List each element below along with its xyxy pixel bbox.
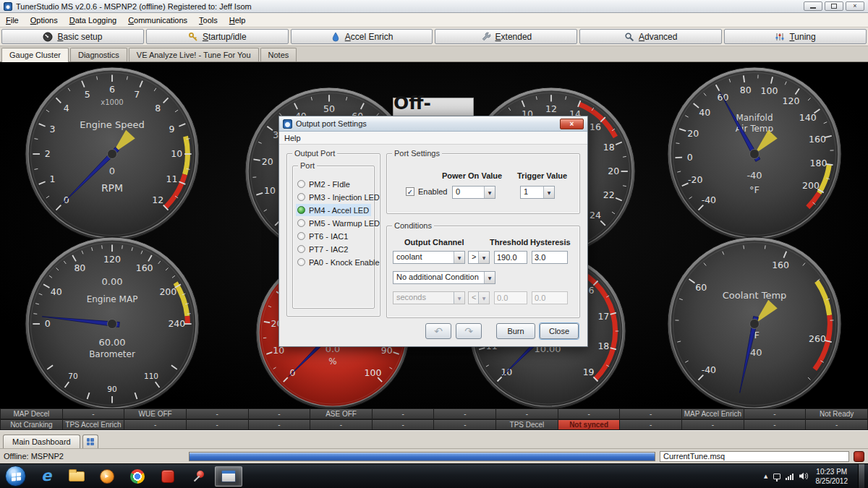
clock-time: 10:23 PM — [816, 467, 848, 476]
toolbar-tuning[interactable]: Tuning — [724, 29, 867, 44]
additional-condition-combo[interactable]: No additional Condition ▼ — [393, 271, 495, 284]
toolbar-advanced[interactable]: Advanced — [579, 29, 722, 44]
close-button[interactable]: × — [846, 1, 864, 11]
dialog-close-button[interactable]: × — [560, 119, 584, 129]
svg-text:Manifold: Manifold — [736, 113, 773, 123]
port-option-pm3-injection-led[interactable]: PM3 - Injection LED — [296, 191, 371, 203]
taskbar-media-player-button[interactable]: ► — [93, 466, 121, 487]
tab-ve-analyze-live-tune-for-you[interactable]: VE Analyze Live! - Tune For You — [129, 48, 259, 61]
conditions-group: Conditions Output Channel Threshold Hyst… — [386, 226, 580, 318]
enabled-checkbox[interactable]: ✓ — [406, 187, 414, 196]
hysteresis-input[interactable] — [532, 251, 568, 264]
taskbar-chrome-button[interactable] — [124, 466, 151, 487]
indicator-cell: WUE OFF — [124, 408, 187, 419]
taskbar-explorer-button[interactable] — [63, 466, 90, 487]
svg-text:3: 3 — [50, 124, 56, 134]
minimize-button[interactable] — [804, 1, 822, 11]
port-option-pt7-iac2[interactable]: PT7 - IAC2 — [296, 243, 371, 255]
dialog-titlebar[interactable]: Output port Settings × — [279, 116, 587, 132]
radio-icon — [297, 180, 305, 188]
tab-notes[interactable]: Notes — [260, 48, 297, 61]
chevron-down-icon: ▼ — [543, 187, 554, 198]
port-option-label: PM3 - Injection LED — [309, 193, 380, 202]
window-titlebar[interactable]: TunerStudio MS v2.0.6 - MSPNP2 (offline)… — [0, 0, 868, 13]
radio-icon — [297, 232, 305, 240]
current-tune-field[interactable]: CurrentTune.msq — [660, 451, 849, 462]
undo-button[interactable]: ↶ — [425, 323, 451, 339]
threshold-input[interactable] — [494, 251, 527, 264]
close-icon: × — [570, 120, 574, 128]
svg-text:17: 17 — [597, 311, 609, 322]
taskbar-tunerstudio-button[interactable] — [215, 466, 242, 487]
tab-main-dashboard[interactable]: Main Dashboard — [3, 435, 80, 448]
tab-gauge-cluster[interactable]: Gauge Cluster — [1, 48, 69, 62]
droplet-icon — [331, 32, 341, 42]
svg-text:19: 19 — [583, 367, 595, 377]
port-option-pt6-iac1[interactable]: PT6 - IAC1 — [296, 230, 371, 242]
taskbar-clock[interactable]: 10:23 PM 8/25/2012 — [813, 467, 851, 486]
operator-combo-2: < ▼ — [468, 291, 490, 304]
start-button[interactable] — [5, 466, 26, 487]
menu-help[interactable]: Help — [224, 14, 252, 26]
maximize-button[interactable] — [825, 1, 843, 11]
port-option-pm4-accel-led[interactable]: PM4 - Accel LED — [296, 204, 371, 216]
tray-power-icon[interactable] — [773, 474, 780, 479]
menu-data-logging[interactable]: Data Logging — [64, 14, 122, 26]
show-desktop-button[interactable] — [858, 464, 864, 488]
output-channel-value: coolant — [393, 252, 454, 263]
gauge-icon — [43, 32, 53, 42]
port-option-pm5-warmup-led[interactable]: PM5 - Warmup LED — [296, 217, 371, 229]
toolbar-extended[interactable]: Extended — [435, 29, 577, 44]
trigger-value-label: Trigger Value — [517, 171, 567, 180]
menu-tools[interactable]: Tools — [193, 14, 224, 26]
menu-communications[interactable]: Communications — [122, 14, 193, 26]
toolbar-accel-enrich[interactable]: Accel Enrich — [291, 29, 433, 44]
additional-condition-value: No additional Condition — [393, 272, 484, 283]
dashboard-tab-bar: Main Dashboard — [0, 430, 868, 448]
svg-text:70: 70 — [68, 372, 77, 380]
svg-text:12: 12 — [152, 194, 163, 205]
burn-button[interactable]: Burn — [496, 323, 535, 339]
svg-text:-20: -20 — [688, 174, 702, 185]
port-option-pa0-knock-enable[interactable]: PA0 - Knock Enable — [296, 256, 371, 268]
redo-button[interactable]: ↷ — [456, 323, 482, 339]
tray-volume-icon[interactable] — [799, 472, 808, 480]
indicator-cell: MAP Decel — [0, 408, 63, 419]
operator-combo[interactable]: > ▼ — [468, 251, 490, 264]
svg-text:60.00: 60.00 — [98, 337, 125, 348]
svg-text:140: 140 — [799, 112, 817, 123]
toolbar-basic-setup[interactable]: Basic setup — [1, 29, 144, 44]
svg-text:100: 100 — [365, 367, 382, 378]
taskbar-pushpin-button[interactable] — [184, 466, 212, 487]
toolbar-label: Startup/idle — [203, 32, 247, 42]
tray-expand-icon[interactable]: ▲ — [764, 474, 767, 479]
taskbar-ie-button[interactable]: e — [33, 466, 60, 487]
svg-text:-40: -40 — [702, 364, 716, 375]
taskbar-red-app-button[interactable] — [154, 466, 182, 487]
menu-options[interactable]: Options — [25, 14, 64, 26]
indicator-cell: - — [187, 419, 249, 430]
menu-file[interactable]: File — [0, 14, 25, 26]
dashboard-grid-button[interactable] — [82, 435, 98, 448]
svg-text:200: 200 — [802, 180, 820, 191]
svg-text:Barometer: Barometer — [89, 349, 135, 359]
tab-diagnostics[interactable]: Diagnostics — [70, 48, 127, 61]
power-on-value-combo[interactable]: 0 ▼ — [452, 186, 495, 199]
radio-icon — [297, 193, 305, 201]
red-app-icon — [161, 470, 174, 483]
close-dialog-button[interactable]: Close — [540, 323, 579, 339]
trigger-value-combo[interactable]: 1 ▼ — [520, 186, 555, 199]
dialog-menu-help[interactable]: Help — [284, 134, 301, 142]
operator-value: > — [469, 252, 478, 263]
gauge-engine-speed: 0123456789101112x1000Engine Speed0RPM — [25, 67, 199, 241]
tray-network-icon[interactable] — [786, 473, 793, 480]
port-option-pm2-fidle[interactable]: PM2 - FIdle — [296, 178, 371, 190]
toolbar-startup-idle[interactable]: Startup/idle — [146, 29, 289, 44]
pushpin-icon — [192, 469, 205, 484]
port-option-label: PM4 - Accel LED — [309, 206, 369, 215]
chevron-down-icon: ▼ — [454, 292, 464, 304]
output-channel-combo[interactable]: coolant ▼ — [393, 251, 465, 264]
indicator-cell: ASE OFF — [310, 408, 373, 419]
chevron-down-icon: ▼ — [454, 252, 464, 263]
indicator-cell: - — [434, 419, 496, 430]
